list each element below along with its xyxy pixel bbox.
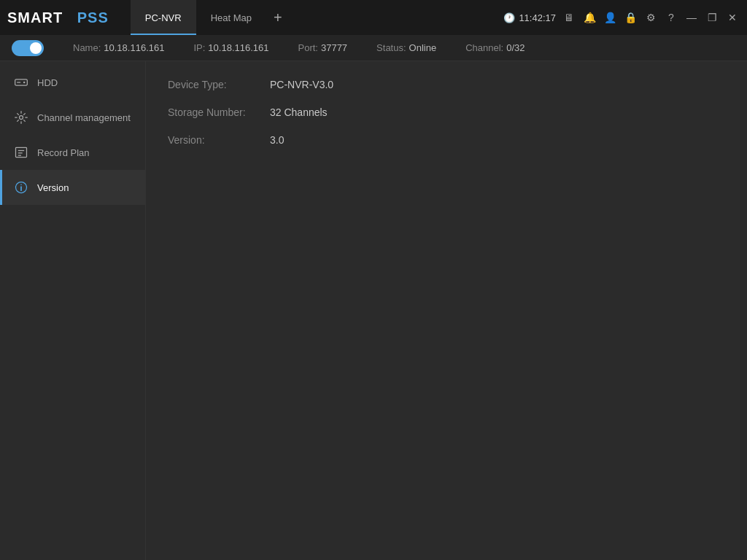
svg-point-3 (20, 116, 23, 120)
label-storage-number: Storage Number: (168, 106, 270, 118)
svg-rect-0 (15, 79, 28, 85)
gear-icon[interactable]: ⚙ (643, 12, 658, 23)
add-tab-button[interactable]: + (266, 0, 290, 35)
info-row-device-type: Device Type: PC-NVR-V3.0 (168, 79, 725, 90)
tab-heat-map[interactable]: Heat Map (196, 0, 266, 35)
svg-point-10 (20, 184, 22, 185)
main-layout: HDD Channel management Reco (0, 61, 747, 560)
version-icon (14, 180, 28, 195)
status-name: Name:10.18.116.161 (73, 42, 164, 53)
label-device-type: Device Type: (168, 79, 270, 90)
value-device-type: PC-NVR-V3.0 (270, 79, 333, 90)
sidebar-label-hdd: HDD (37, 77, 58, 88)
bell-icon[interactable]: 🔔 (582, 12, 597, 23)
status-online: Status:Online (376, 42, 436, 53)
content-area: Device Type: PC-NVR-V3.0 Storage Number:… (146, 61, 747, 560)
restore-button[interactable]: ❐ (705, 12, 719, 23)
clock-time: 11:42:17 (519, 12, 556, 23)
clock-display: 🕐 11:42:17 (503, 12, 556, 23)
sidebar: HDD Channel management Reco (0, 61, 146, 560)
svg-point-1 (23, 82, 26, 84)
sidebar-item-record-plan[interactable]: Record Plan (0, 135, 145, 170)
value-storage-number: 32 Channels (270, 106, 328, 118)
tabs-area: PC-NVR Heat Map + (131, 0, 504, 35)
status-port: Port:37777 (298, 42, 347, 53)
help-icon[interactable]: ? (664, 12, 678, 23)
sidebar-label-channel: Channel management (37, 112, 131, 123)
sidebar-item-version[interactable]: Version (0, 170, 145, 205)
sidebar-item-hdd[interactable]: HDD (0, 65, 145, 100)
clock-icon: 🕐 (503, 12, 515, 23)
status-ip: IP:10.18.116.161 (193, 42, 268, 53)
value-version: 3.0 (270, 134, 284, 146)
info-row-storage-number: Storage Number: 32 Channels (168, 106, 725, 118)
app-logo: SMART PSS (7, 9, 109, 26)
hdd-icon (14, 75, 28, 90)
device-toggle[interactable] (12, 40, 44, 56)
record-icon (14, 145, 28, 160)
logo-pss: PSS (77, 9, 109, 26)
status-channel: Channel:0/32 (465, 42, 525, 53)
monitor-icon: 🖥 (562, 12, 576, 23)
sidebar-label-record: Record Plan (37, 147, 90, 158)
logo-smart: SMART (7, 9, 63, 26)
minimize-button[interactable]: — (684, 12, 699, 23)
statusbar: Name:10.18.116.161 IP:10.18.116.161 Port… (0, 35, 747, 61)
close-button[interactable]: ✕ (725, 12, 740, 23)
label-version: Version: (168, 134, 270, 146)
tab-pc-nvr[interactable]: PC-NVR (131, 0, 196, 35)
sidebar-label-version: Version (37, 182, 69, 193)
info-row-version: Version: 3.0 (168, 134, 725, 146)
channel-icon (14, 110, 28, 125)
lock-icon[interactable]: 🔒 (623, 12, 638, 23)
sidebar-item-channel-management[interactable]: Channel management (0, 100, 145, 135)
user-icon[interactable]: 👤 (603, 12, 617, 23)
titlebar-right: 🕐 11:42:17 🖥 🔔 👤 🔒 ⚙ ? — ❐ ✕ (503, 12, 740, 23)
titlebar: SMART PSS PC-NVR Heat Map + 🕐 11:42:17 🖥… (0, 0, 747, 35)
